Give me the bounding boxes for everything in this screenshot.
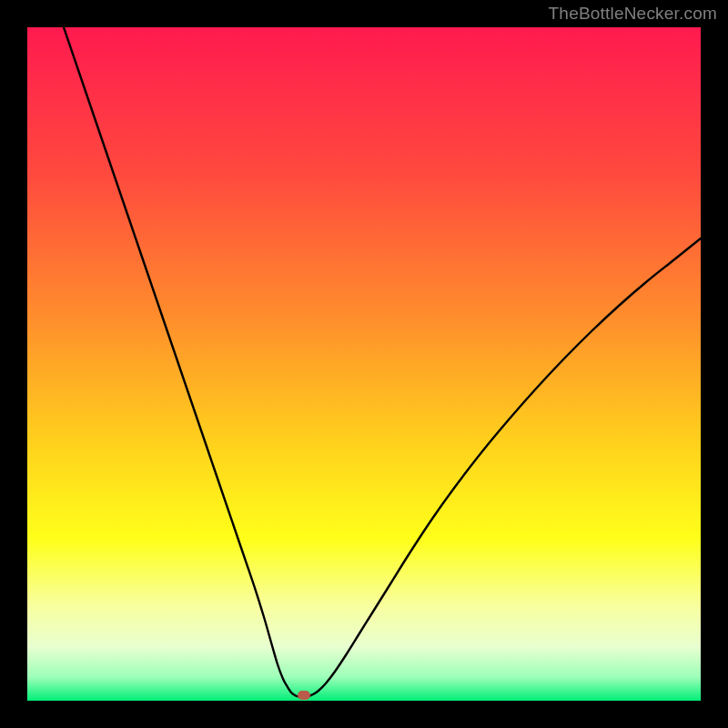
watermark-text: TheBottleNecker.com xyxy=(549,4,717,24)
chart-frame: TheBottleNecker.com xyxy=(0,0,728,728)
curve-layer xyxy=(27,27,701,701)
bottleneck-curve xyxy=(64,27,701,697)
plot-area xyxy=(27,27,701,701)
min-marker xyxy=(298,691,310,700)
